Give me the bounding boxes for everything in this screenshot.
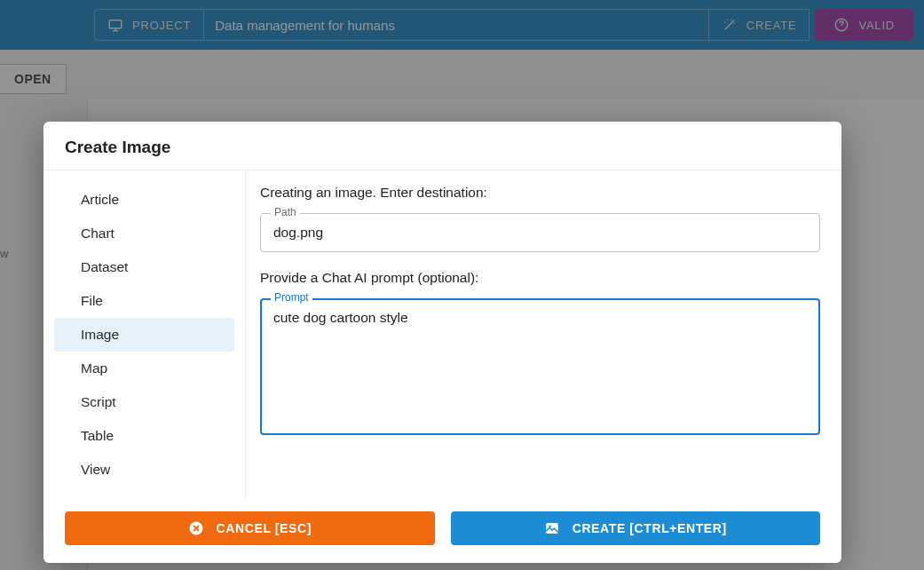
- path-input[interactable]: [260, 213, 820, 252]
- modal-form: Creating an image. Enter destination: Pa…: [246, 170, 841, 499]
- sidebar-item-map[interactable]: Map: [54, 352, 234, 385]
- modal-sidebar: ArticleChartDatasetFileImageMapScriptTab…: [43, 170, 246, 499]
- sidebar-item-file[interactable]: File: [54, 284, 234, 318]
- modal-body: ArticleChartDatasetFileImageMapScriptTab…: [43, 170, 841, 499]
- sidebar-item-table[interactable]: Table: [54, 419, 234, 453]
- path-field: Path: [260, 213, 820, 252]
- sidebar-item-view[interactable]: View: [54, 453, 234, 487]
- destination-text: Creating an image. Enter destination:: [260, 185, 820, 201]
- sidebar-item-dataset[interactable]: Dataset: [54, 250, 234, 284]
- sidebar-item-article[interactable]: Article: [54, 183, 234, 217]
- prompt-label: Prompt: [271, 291, 312, 304]
- cancel-icon: [188, 520, 204, 536]
- modal-title: Create Image: [43, 122, 841, 170]
- prompt-field: Prompt: [260, 298, 820, 439]
- sidebar-item-image[interactable]: Image: [54, 318, 234, 352]
- create-image-modal: Create Image ArticleChartDatasetFileImag…: [43, 122, 841, 563]
- prompt-heading: Provide a Chat AI prompt (optional):: [260, 270, 820, 286]
- create-confirm-button[interactable]: CREATE [CTRL+ENTER]: [451, 511, 821, 545]
- sidebar-item-script[interactable]: Script: [54, 385, 234, 419]
- svg-point-4: [549, 526, 550, 527]
- image-icon: [544, 520, 560, 536]
- cancel-button-label: CANCEL [ESC]: [217, 521, 312, 535]
- cancel-button[interactable]: CANCEL [ESC]: [65, 511, 435, 545]
- prompt-input[interactable]: [260, 298, 820, 435]
- sidebar-item-chart[interactable]: Chart: [54, 217, 234, 250]
- path-label: Path: [271, 206, 300, 218]
- create-confirm-button-label: CREATE [CTRL+ENTER]: [573, 521, 727, 535]
- modal-footer: CANCEL [ESC] CREATE [CTRL+ENTER]: [43, 499, 841, 563]
